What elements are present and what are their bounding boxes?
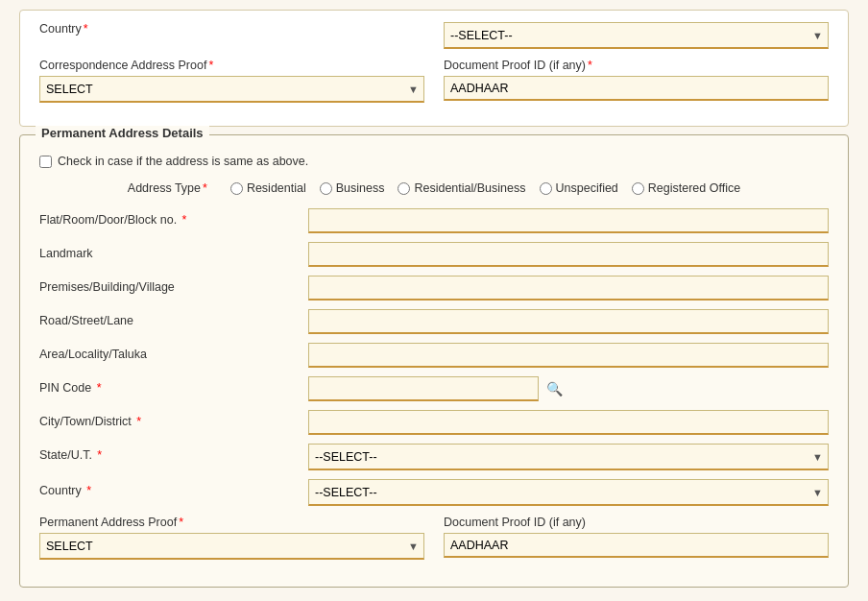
- perm-proof-row: Permanent Address Proof* SELECT ▼ Docume…: [39, 516, 829, 560]
- landmark-label: Landmark: [39, 242, 308, 260]
- permanent-address-section: Permanent Address Details Check in case …: [19, 134, 849, 588]
- field-state: State/U.T. * --SELECT-- ▼: [39, 444, 829, 470]
- pin-wrapper: 🔍: [308, 376, 829, 401]
- field-pin: PIN Code * 🔍: [39, 376, 829, 401]
- perm-proof-label: Permanent Address Proof*: [39, 516, 424, 529]
- city-label: City/Town/District *: [39, 410, 308, 428]
- country-select-wrapper: --SELECT-- ▼: [444, 22, 829, 49]
- city-value: [308, 410, 829, 435]
- pin-input[interactable]: [308, 376, 539, 401]
- corr-proof-required-star: *: [208, 59, 213, 72]
- state-value: --SELECT-- ▼: [308, 444, 829, 470]
- country-select[interactable]: --SELECT--: [444, 22, 829, 49]
- flat-label: Flat/Room/Door/Block no. *: [39, 208, 308, 227]
- doc-proof-id-label: Document Proof ID (if any)*: [444, 59, 829, 72]
- address-type-label: Address Type*: [128, 181, 207, 195]
- state-label: State/U.T. *: [39, 444, 308, 462]
- field-landmark: Landmark: [39, 242, 829, 267]
- same-as-above-checkbox[interactable]: [39, 156, 52, 168]
- premises-value: [308, 276, 829, 300]
- radio-res-biz-input[interactable]: [398, 182, 410, 195]
- addr-type-required-star: *: [203, 181, 207, 195]
- radio-unspecified[interactable]: Unspecified: [540, 181, 618, 195]
- radio-registered-office[interactable]: Registered Office: [632, 181, 740, 195]
- radio-reg-office-input[interactable]: [632, 182, 644, 195]
- road-input[interactable]: [308, 309, 829, 334]
- premises-input[interactable]: [308, 276, 829, 300]
- state-select-wrapper: --SELECT-- ▼: [308, 444, 829, 470]
- country-label: Country*: [39, 22, 424, 36]
- field-road: Road/Street/Lane: [39, 309, 829, 334]
- field-country-perm: Country * --SELECT-- ▼: [39, 479, 829, 506]
- perm-proof-select-wrapper: SELECT ▼: [39, 533, 424, 560]
- flat-input[interactable]: [308, 208, 829, 233]
- correspondence-proof-label: Correspondence Address Proof*: [39, 59, 424, 72]
- area-value: [308, 343, 829, 368]
- pin-search-button[interactable]: 🔍: [544, 379, 565, 398]
- road-label: Road/Street/Lane: [39, 309, 308, 327]
- field-city: City/Town/District *: [39, 410, 829, 435]
- radio-unspecified-input[interactable]: [540, 182, 552, 195]
- radio-business-input[interactable]: [320, 182, 332, 195]
- field-flat: Flat/Room/Door/Block no. *: [39, 208, 829, 233]
- radio-residential[interactable]: Residential: [230, 181, 306, 195]
- radio-residential-input[interactable]: [230, 182, 243, 195]
- landmark-input[interactable]: [308, 242, 829, 267]
- correspondence-proof-wrapper: SELECT ▼: [39, 76, 424, 103]
- permanent-section-title: Permanent Address Details: [36, 126, 209, 140]
- perm-proof-select[interactable]: SELECT: [39, 533, 424, 560]
- pin-label: PIN Code *: [39, 376, 308, 395]
- country-perm-value: --SELECT-- ▼: [308, 479, 829, 506]
- perm-proof-required-star: *: [179, 516, 183, 529]
- flat-value: [308, 208, 829, 233]
- field-premises: Premises/Building/Village: [39, 276, 829, 300]
- radio-residential-business[interactable]: Residential/Business: [398, 181, 525, 195]
- perm-proof-col: Permanent Address Proof* SELECT ▼: [39, 516, 444, 560]
- road-value: [308, 309, 829, 334]
- doc-proof-required-star: *: [588, 59, 592, 72]
- country-required-star: *: [84, 22, 88, 36]
- perm-doc-proof-id-input[interactable]: [444, 533, 829, 558]
- country-perm-select[interactable]: --SELECT--: [308, 479, 829, 506]
- field-area: Area/Locality/Taluka: [39, 343, 829, 368]
- perm-doc-proof-col: Document Proof ID (if any): [444, 516, 829, 558]
- state-select[interactable]: --SELECT--: [308, 444, 829, 470]
- city-input[interactable]: [308, 410, 829, 435]
- same-as-above-label: Check in case if the address is same as …: [58, 155, 308, 168]
- pin-value: 🔍: [308, 376, 829, 401]
- landmark-value: [308, 242, 829, 267]
- perm-doc-proof-label: Document Proof ID (if any): [444, 516, 829, 529]
- country-perm-select-wrapper: --SELECT-- ▼: [308, 479, 829, 506]
- premises-label: Premises/Building/Village: [39, 276, 308, 294]
- doc-proof-id-input[interactable]: [444, 76, 829, 101]
- area-label: Area/Locality/Taluka: [39, 343, 308, 361]
- correspondence-proof-select[interactable]: SELECT: [39, 76, 424, 103]
- radio-business[interactable]: Business: [320, 181, 385, 195]
- country-perm-label: Country *: [39, 479, 308, 497]
- area-input[interactable]: [308, 343, 829, 368]
